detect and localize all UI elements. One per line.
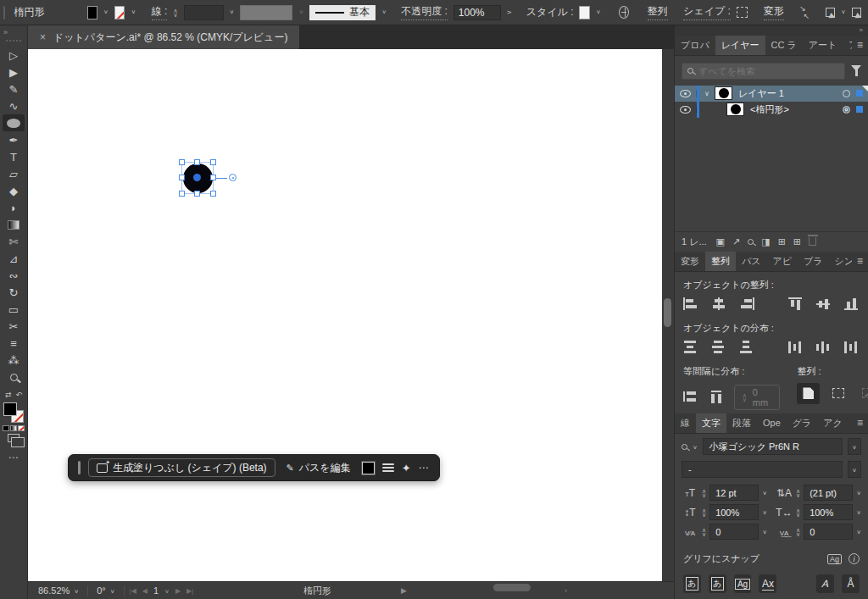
chevron-down-icon[interactable]: ∨ [131,9,136,15]
selection-tool[interactable]: ▷ [3,47,25,64]
stroke-weight-stepper[interactable]: ∧∨ [173,8,177,17]
canvas[interactable]: 生成塗りつぶし (シェイプ) (Beta) ✎ パスを編集 ✦ ⋯ [28,49,662,581]
distribute-center-horizontal-icon[interactable] [816,341,832,353]
last-artboard-icon[interactable]: ▶| [186,587,193,595]
center-point[interactable] [193,174,201,181]
layer-name[interactable]: <楕円形> [750,103,843,116]
distribute-center-vertical-icon[interactable] [711,341,726,353]
eye-icon[interactable] [680,106,691,114]
kana-option-2-button[interactable]: あ [709,574,726,593]
shape-link[interactable]: シェイプ : [683,4,731,20]
panel-tab[interactable]: アート [803,36,843,55]
shaper-tool[interactable]: ◗ [3,199,25,216]
pen-tool[interactable]: ✎ [3,80,25,97]
vertical-scrollbar[interactable] [664,298,671,327]
chevron-down-icon[interactable]: ∨ [693,443,698,449]
stroke-link[interactable]: 線 : [152,4,168,20]
font-family-dropdown[interactable]: ∨ [848,438,861,455]
gen-ai-icon[interactable]: ✦ [402,462,411,474]
selection-handle[interactable] [194,191,200,197]
align-center-vertical-icon[interactable] [816,297,832,310]
color-mode-icon[interactable] [3,425,9,431]
font-search-icon[interactable] [682,444,687,450]
edit-path-button[interactable]: ✎ パスを編集 [283,458,354,477]
panel-tab[interactable]: 変形 [675,252,705,271]
eyedropper-tool[interactable]: ⊿ [3,250,25,267]
chevron-down-icon[interactable]: ∨ [230,9,235,15]
collect-for-export-icon[interactable]: ▣ [716,236,725,247]
filter-icon[interactable] [851,65,861,76]
panel-tab[interactable]: アピ [767,252,798,271]
selection-handle[interactable] [210,191,216,197]
panel-tab[interactable]: シンボ [829,252,852,271]
font-family-field[interactable]: 小塚ゴシック Pr6N R [703,438,843,455]
eraser-tool[interactable]: ◆ [3,182,25,199]
fill-color-swatch[interactable] [87,6,98,19]
shape-mode-icon[interactable] [737,7,748,18]
generative-fill-button[interactable]: 生成塗りつぶし (シェイプ) (Beta) [88,458,275,477]
align-center-horizontal-icon[interactable] [711,297,726,310]
curvature-tool[interactable]: ∿ [3,97,25,114]
align-to-artboard-button[interactable] [797,383,820,404]
layer-thumbnail[interactable] [715,86,732,100]
panel-tab[interactable]: プロパ [675,36,715,55]
selection-color-chip[interactable] [856,106,863,113]
none-mode-icon[interactable] [18,425,25,431]
first-artboard-icon[interactable]: |◀ [130,587,136,595]
status-play-icon[interactable]: ▶ [401,586,407,595]
baseline-ax-button[interactable]: Ax [759,574,776,593]
distribute-bottom-icon[interactable] [739,341,754,353]
selection-handle[interactable] [210,175,216,180]
horizontal-scale-stepper[interactable]: ∧∨ [796,508,800,517]
chevron-down-icon[interactable]: ∨ [841,9,846,15]
selection-handle[interactable] [179,175,185,180]
target-circle-icon[interactable] [843,106,850,114]
panel-tab[interactable]: グラ [787,413,818,433]
info-icon[interactable]: i [849,553,860,564]
taskbar-drag-handle[interactable] [78,461,81,474]
taskbar-more-icon[interactable]: ⋯ [419,462,430,474]
selection-handle[interactable] [179,191,185,197]
chevron-down-icon[interactable]: ∨ [856,490,861,496]
distribute-right-icon[interactable] [844,341,860,353]
toolbar-collapse-icon[interactable]: » [0,25,11,36]
paintbrush-tool[interactable]: ✒ [3,131,25,148]
prev-artboard-icon[interactable]: ◀ [142,587,147,595]
panel-tab[interactable]: CC ラ [765,36,803,55]
stroke-weight-field[interactable] [184,5,224,20]
next-artboard-icon[interactable]: ▶ [175,587,181,595]
swap-fill-stroke-icon[interactable]: ⇄↶ [3,391,25,399]
locate-object-icon[interactable] [748,239,754,245]
brush-definition-field[interactable]: 基本 [309,5,376,20]
panel-tab[interactable]: 線 [675,413,696,433]
free-transform-tool[interactable]: ▱ [3,165,25,182]
kerning-field[interactable]: 0 [709,524,759,540]
panel-tab[interactable]: アク [817,413,849,433]
panel-tab[interactable]: レイヤー [715,36,765,55]
panel-tab[interactable]: 整列 [705,252,736,271]
layer-name[interactable]: レイヤー 1 [738,87,843,100]
horizontal-scrollbar[interactable] [493,584,531,591]
chevron-down-icon[interactable]: ∨ [762,509,767,515]
style-swatch[interactable] [579,6,590,19]
new-layer-icon[interactable]: ⊞ [793,236,801,247]
make-mask-icon[interactable]: ◨ [761,236,770,247]
horizontal-spacing-icon[interactable] [710,391,724,403]
transform-link[interactable]: 変形 [764,4,784,20]
gradient-mode-icon[interactable] [10,425,17,431]
artboard-number[interactable]: 1 [153,585,159,596]
search-field[interactable] [682,63,845,80]
font-size-stepper[interactable]: ∧∨ [702,489,706,497]
chevron-down-icon[interactable]: ∨ [164,587,170,593]
panel-menu-icon[interactable]: ≡ [852,413,868,433]
panel-tab[interactable]: ブラ [798,252,829,271]
chevron-right-icon[interactable]: ∨ [505,10,513,15]
distribute-left-icon[interactable] [788,341,804,353]
panel-menu-icon[interactable]: ≡ [852,36,868,55]
export-icon[interactable]: ↗ [732,236,740,247]
layer-row-layer1[interactable]: ∨ レイヤー 1 [675,86,868,102]
pie-widget-handle[interactable] [229,174,236,181]
align-to-selection-button[interactable] [826,383,849,404]
leading-field[interactable]: (21 pt) [804,485,853,501]
panel-menu-icon[interactable]: ≡ [852,252,868,271]
